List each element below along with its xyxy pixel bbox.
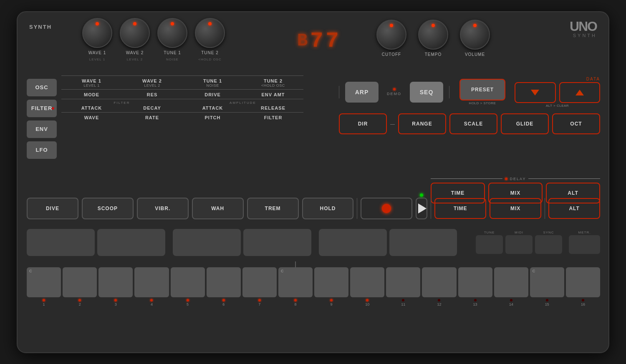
fx-sep2 (431, 198, 431, 219)
seq-pad-8[interactable]: C (278, 267, 313, 297)
filter-button[interactable]: FILTER (27, 100, 57, 117)
seq-pad-4[interactable] (134, 267, 169, 297)
data-down-button[interactable] (515, 82, 556, 103)
pad-8-tick (295, 261, 295, 267)
record-button[interactable] (361, 198, 412, 219)
pad-1-number: 1 (43, 302, 45, 306)
lfo-button[interactable]: LFO (27, 141, 57, 159)
seq-pad-5[interactable] (171, 267, 205, 297)
filter-section-label: FILTER (61, 101, 182, 105)
seq-pad-12[interactable] (422, 267, 456, 297)
knob-cutoff[interactable]: CUTOFF (376, 20, 406, 57)
knob-tempo[interactable]: TEMPO (418, 20, 448, 57)
glide-button[interactable]: GLIDE (501, 113, 549, 134)
top-pad-4[interactable] (243, 229, 311, 256)
arp-button[interactable]: ARP (345, 82, 379, 103)
seq-pad-7[interactable] (242, 267, 277, 297)
midi-button[interactable] (505, 235, 533, 254)
top-pad-6[interactable] (389, 229, 457, 256)
metr-col: METR. (569, 231, 600, 254)
seq-pad-16[interactable] (566, 267, 600, 297)
knob-tune1[interactable]: TUNE 1 NOISE (157, 18, 187, 61)
demo-section: DEMO (387, 88, 401, 96)
knob-volume[interactable]: VOLUME (460, 20, 490, 57)
sync-button[interactable] (535, 235, 562, 254)
seq-pads-row: C 1 2 3 4 5 (27, 267, 600, 297)
scale-button[interactable]: SCALE (449, 113, 497, 134)
preset-button[interactable]: PRESET (459, 79, 505, 100)
play-button[interactable] (416, 198, 427, 219)
knob-wave1-control[interactable] (82, 18, 112, 48)
oct-button[interactable]: OCT (552, 113, 600, 134)
pad-wrapper-13: 13 (458, 267, 492, 297)
pad-wrapper-1: C 1 (27, 267, 61, 297)
top-pad-3[interactable] (173, 229, 241, 256)
dive-button[interactable]: DIVE (27, 198, 78, 219)
pad-3-led (114, 299, 117, 301)
seq-button[interactable]: SEQ (410, 82, 443, 103)
scoop-button[interactable]: SCOOP (82, 198, 134, 219)
param-drive: DRIVE (190, 92, 236, 97)
arrow-up-icon (576, 90, 584, 95)
seq-pad-2[interactable] (63, 267, 97, 297)
dir-button[interactable]: DIR (339, 113, 387, 134)
seq-pad-11[interactable] (386, 267, 420, 297)
top-pad-5[interactable] (319, 229, 387, 256)
seq-pad-3[interactable] (98, 267, 133, 297)
knob-volume-control[interactable] (460, 20, 490, 50)
seq-pad-10[interactable] (350, 267, 384, 297)
seq-pad-13[interactable] (458, 267, 492, 297)
data-label: DATA (515, 77, 600, 81)
arrow-down-icon (531, 90, 539, 95)
metr-button[interactable] (569, 235, 600, 254)
top-pad-1[interactable] (27, 229, 95, 256)
mix-button-2[interactable]: MIX (490, 198, 541, 219)
pad-11-led (402, 299, 404, 301)
knob-tempo-indicator (432, 24, 435, 27)
pad-8-led (294, 299, 297, 301)
knob-cutoff-control[interactable] (376, 20, 406, 50)
knob-wave2-label: WAVE 2 (126, 50, 144, 55)
knob-tune2[interactable]: TUNE 2 <HOLD OSC (195, 18, 225, 61)
pad-8-c-label: C (281, 269, 284, 273)
fx-row: DIVE SCOOP VIBR. WAH TREM HOLD TIME MIX … (27, 198, 600, 219)
knob-wave2-control[interactable] (120, 18, 150, 48)
seq-pad-6[interactable] (207, 267, 241, 297)
seq-pad-9[interactable] (314, 267, 348, 297)
param-envamt: ENV AMT (250, 92, 296, 97)
tune-col: TUNE (476, 231, 503, 254)
pad-15-number: 15 (545, 302, 549, 306)
pad-wrapper-9: 9 (314, 267, 348, 297)
data-up-button[interactable] (559, 82, 601, 103)
seq-pad-14[interactable] (494, 267, 528, 297)
trem-button[interactable]: TREM (247, 198, 299, 219)
osc-button[interactable]: OSC (27, 79, 57, 96)
env-button[interactable]: ENV (27, 120, 57, 138)
knob-tempo-control[interactable] (418, 20, 448, 50)
wah-button[interactable]: WAH (192, 198, 244, 219)
sync-label-top: SYNC (543, 231, 554, 234)
logo-synth: SYNTH (573, 33, 597, 38)
top-pad-2[interactable] (97, 229, 165, 256)
vibr-button[interactable]: VIBR. (137, 198, 189, 219)
range-button[interactable]: RANGE (398, 113, 446, 134)
knob-tune2-control[interactable] (195, 18, 225, 48)
knob-wave1[interactable]: WAVE 1 LEVEL 1 (82, 18, 112, 61)
pad-13-number: 13 (473, 302, 477, 306)
hold-button[interactable]: HOLD (302, 198, 354, 219)
knob-wave1-label: WAVE 1 (88, 50, 106, 55)
knob-tune1-control[interactable] (157, 18, 187, 48)
pad-wrapper-16: 16 (566, 267, 600, 297)
delay-header: DELAY (431, 177, 600, 181)
tune-button[interactable] (476, 235, 503, 254)
knob-wave2[interactable]: WAVE 2 LEVEL 2 (120, 18, 150, 61)
pad-16-led (582, 299, 584, 301)
seq-pad-15[interactable]: C (530, 267, 564, 297)
knob-tune1-alt: NOISE (166, 58, 179, 61)
pad-wrapper-3: 3 (98, 267, 133, 297)
v-sep-1 (339, 86, 339, 98)
time-button-2[interactable]: TIME (434, 198, 486, 219)
seq-pad-1[interactable]: C (27, 267, 61, 297)
demo-label: DEMO (387, 92, 401, 96)
alt-button-2[interactable]: ALT (548, 198, 600, 219)
